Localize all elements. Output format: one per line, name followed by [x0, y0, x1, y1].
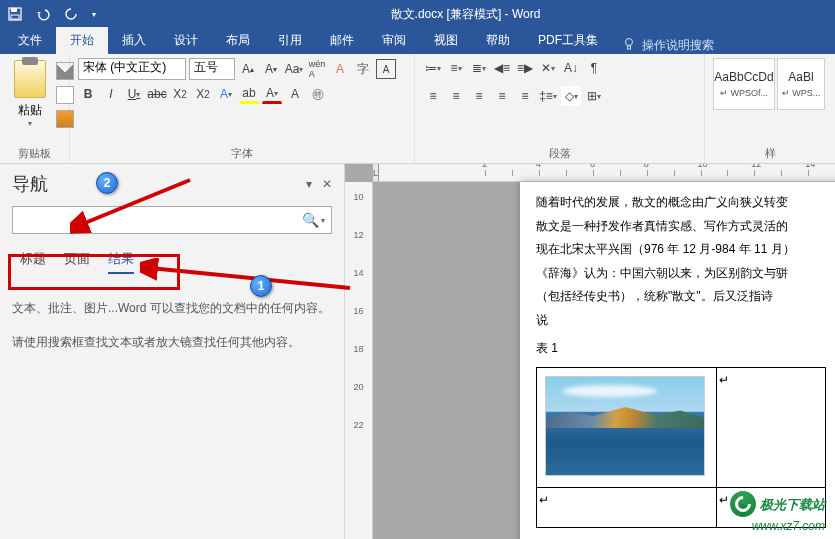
document-page[interactable]: 随着时代的发展，散文的概念由广义向狭义转变 散文是一种抒发作者真情实感、写作方式… — [520, 182, 835, 539]
undo-icon[interactable] — [36, 7, 50, 21]
tab-file[interactable]: 文件 — [4, 27, 56, 54]
search-dropdown-icon[interactable]: ▾ — [321, 216, 325, 225]
distributed-button[interactable]: ≡ — [515, 86, 535, 106]
nav-close-icon[interactable]: ✕ — [322, 177, 332, 191]
doc-text: 说 — [536, 310, 835, 332]
svg-rect-2 — [11, 15, 19, 19]
highlight-button[interactable]: ab — [239, 84, 259, 104]
clipboard-icon — [14, 60, 46, 98]
style-item-1[interactable]: AaBbCcDd ↵ WPSOf... — [713, 58, 775, 110]
font-group-label: 字体 — [78, 144, 406, 161]
enclose-characters-button[interactable]: 字 — [353, 59, 373, 79]
doc-text: 现在北宋太平兴国（976 年 12 月-984 年 11 月） — [536, 239, 835, 261]
style-item-2[interactable]: AaBl ↵ WPS... — [777, 58, 825, 110]
paste-button[interactable]: 粘贴 ▾ — [8, 58, 52, 130]
nav-tab-results[interactable]: 结果 — [108, 250, 134, 274]
search-icon[interactable]: 🔍 — [302, 212, 319, 228]
shading-button[interactable]: ◇▾ — [561, 86, 581, 106]
align-right-button[interactable]: ≡ — [469, 86, 489, 106]
watermark-logo-icon — [730, 491, 756, 517]
nav-tab-pages[interactable]: 页面 — [64, 250, 90, 274]
line-spacing-button[interactable]: ‡≡▾ — [538, 86, 558, 106]
grow-font-button[interactable]: A▴ — [238, 59, 258, 79]
sort-button[interactable]: A↓ — [561, 58, 581, 78]
change-case-button[interactable]: Aa▾ — [284, 59, 304, 79]
redo-icon[interactable] — [64, 7, 78, 21]
align-center-button[interactable]: ≡ — [446, 86, 466, 106]
chevron-down-icon: ▾ — [28, 119, 32, 128]
bold-button[interactable]: B — [78, 84, 98, 104]
numbering-button[interactable]: ≡▾ — [446, 58, 466, 78]
italic-button[interactable]: I — [101, 84, 121, 104]
doc-text: 随着时代的发展，散文的概念由广义向狭义转变 — [536, 192, 835, 214]
tab-review[interactable]: 审阅 — [368, 27, 420, 54]
font-color-button[interactable]: A▾ — [262, 84, 282, 104]
character-border-button[interactable]: A — [376, 59, 396, 79]
horizontal-ruler[interactable]: L 2 4 6 8 10 12 14 — [373, 164, 835, 182]
tab-design[interactable]: 设计 — [160, 27, 212, 54]
doc-text: 《辞海》认为：中国六朝以来，为区别韵文与骈 — [536, 263, 835, 285]
character-shading-button[interactable]: A — [285, 84, 305, 104]
nav-body-text: 文本、批注、图片...Word 可以查找您的文档中的任何内容。 请使用搜索框查找… — [12, 298, 332, 353]
paragraph-group-label: 段落 — [423, 144, 696, 161]
landscape-image[interactable] — [545, 376, 705, 476]
table-caption: 表 1 — [536, 338, 835, 360]
window-title: 散文.docx [兼容模式] - Word — [96, 6, 835, 23]
justify-button[interactable]: ≡ — [492, 86, 512, 106]
svg-rect-4 — [628, 46, 631, 49]
document-area: L 2 4 6 8 10 12 14 10 12 14 16 18 20 22 … — [345, 164, 835, 539]
ribbon-tabs: 文件 开始 插入 设计 布局 引用 邮件 审阅 视图 帮助 PDF工具集 操作说… — [0, 28, 835, 54]
subscript-button[interactable]: X2 — [170, 84, 190, 104]
clipboard-group-label: 剪贴板 — [8, 144, 61, 161]
superscript-button[interactable]: X2 — [193, 84, 213, 104]
clear-formatting-button[interactable]: A — [330, 59, 350, 79]
nav-tab-headings[interactable]: 标题 — [20, 250, 46, 274]
tab-pdf[interactable]: PDF工具集 — [524, 27, 612, 54]
shrink-font-button[interactable]: A▾ — [261, 59, 281, 79]
ribbon-body: 粘贴 ▾ 剪贴板 宋体 (中文正文) 五号 A▴ A▾ Aa▾ wénA A 字 — [0, 54, 835, 164]
svg-point-3 — [626, 39, 633, 46]
navigation-pane: 导航 ▾ ✕ 🔍 ▾ 标题 页面 结果 文本、批注、图片...Word 可以查找… — [0, 164, 345, 539]
tab-mailings[interactable]: 邮件 — [316, 27, 368, 54]
tab-help[interactable]: 帮助 — [472, 27, 524, 54]
align-left-button[interactable]: ≡ — [423, 86, 443, 106]
font-size-select[interactable]: 五号 — [189, 58, 235, 80]
tab-home[interactable]: 开始 — [56, 27, 108, 54]
enclose-button[interactable]: ㊕ — [308, 84, 328, 104]
nav-tabs: 标题 页面 结果 — [12, 244, 332, 280]
nav-dropdown-icon[interactable]: ▾ — [306, 177, 312, 191]
increase-indent-button[interactable]: ≡▶ — [515, 58, 535, 78]
svg-rect-1 — [11, 8, 17, 12]
tab-layout[interactable]: 布局 — [212, 27, 264, 54]
multilevel-list-button[interactable]: ≣▾ — [469, 58, 489, 78]
underline-button[interactable]: U▾ — [124, 84, 144, 104]
tab-view[interactable]: 视图 — [420, 27, 472, 54]
font-name-select[interactable]: 宋体 (中文正文) — [78, 58, 186, 80]
doc-text: （包括经传史书），统称"散文"。后又泛指诗 — [536, 286, 835, 308]
save-icon[interactable] — [8, 7, 22, 21]
nav-search-input[interactable] — [19, 213, 302, 227]
bullets-button[interactable]: ≔▾ — [423, 58, 443, 78]
lightbulb-icon — [622, 37, 636, 54]
strikethrough-button[interactable]: abc — [147, 84, 167, 104]
show-marks-button[interactable]: ¶ — [584, 58, 604, 78]
tab-insert[interactable]: 插入 — [108, 27, 160, 54]
asian-layout-button[interactable]: ✕▾ — [538, 58, 558, 78]
title-bar: ▾ 散文.docx [兼容模式] - Word — [0, 0, 835, 28]
vertical-ruler[interactable]: 10 12 14 16 18 20 22 — [345, 182, 373, 539]
borders-button[interactable]: ⊞▾ — [584, 86, 604, 106]
text-effects-button[interactable]: A▾ — [216, 84, 236, 104]
decrease-indent-button[interactable]: ◀≡ — [492, 58, 512, 78]
watermark: 极光下载站 www.xz7.com — [730, 491, 825, 533]
nav-search-box[interactable]: 🔍 ▾ — [12, 206, 332, 234]
styles-group-label: 样 — [713, 144, 827, 161]
phonetic-guide-button[interactable]: wénA — [307, 59, 327, 79]
tell-me-search[interactable]: 操作说明搜索 — [612, 37, 724, 54]
navigation-title: 导航 — [12, 172, 48, 196]
doc-text: 散文是一种抒发作者真情实感、写作方式灵活的 — [536, 216, 835, 238]
tab-references[interactable]: 引用 — [264, 27, 316, 54]
